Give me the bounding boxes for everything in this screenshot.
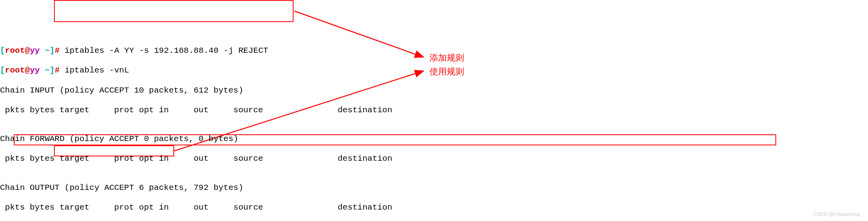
prompt-user: root bbox=[5, 46, 25, 55]
output-header: pkts bytes target prot opt in out source… bbox=[0, 105, 868, 115]
prompt-user: root bbox=[5, 66, 25, 75]
bracket-close: ] bbox=[50, 46, 55, 55]
bracket-open: [ bbox=[0, 66, 5, 75]
annotation-add-rule: 添加规则 bbox=[429, 52, 464, 64]
output-chain-forward: Chain FORWARD (policy ACCEPT 0 packets, … bbox=[0, 134, 868, 144]
prompt-path: ~ bbox=[40, 66, 50, 75]
prompt-host: yy bbox=[30, 46, 40, 55]
command-2: iptables -vnL bbox=[65, 66, 129, 75]
terminal-output: [root@yy ~]# iptables -A YY -s 192.168.8… bbox=[0, 36, 868, 221]
output-header: pkts bytes target prot opt in out source… bbox=[0, 202, 868, 213]
annotation-use-rule: 使用规则 bbox=[429, 66, 464, 78]
output-chain-output: Chain OUTPUT (policy ACCEPT 6 packets, 7… bbox=[0, 182, 868, 193]
highlight-box-commands bbox=[54, 0, 294, 22]
output-chain-input: Chain INPUT (policy ACCEPT 10 packets, 6… bbox=[0, 85, 868, 96]
watermark: CSDN @Ybaocheng bbox=[813, 211, 860, 217]
prompt-path: ~ bbox=[40, 46, 50, 55]
bracket-close: ] bbox=[50, 66, 55, 75]
prompt-at: @ bbox=[25, 46, 30, 55]
prompt-host: yy bbox=[30, 66, 40, 75]
command-1: iptables -A YY -s 192.168.88.40 -j REJEC… bbox=[65, 46, 268, 55]
prompt-hash: # bbox=[55, 66, 65, 75]
prompt-at: @ bbox=[25, 66, 30, 75]
output-header: pkts bytes target prot opt in out source… bbox=[0, 153, 868, 164]
prompt-hash: # bbox=[55, 46, 65, 55]
bracket-open: [ bbox=[0, 46, 5, 55]
